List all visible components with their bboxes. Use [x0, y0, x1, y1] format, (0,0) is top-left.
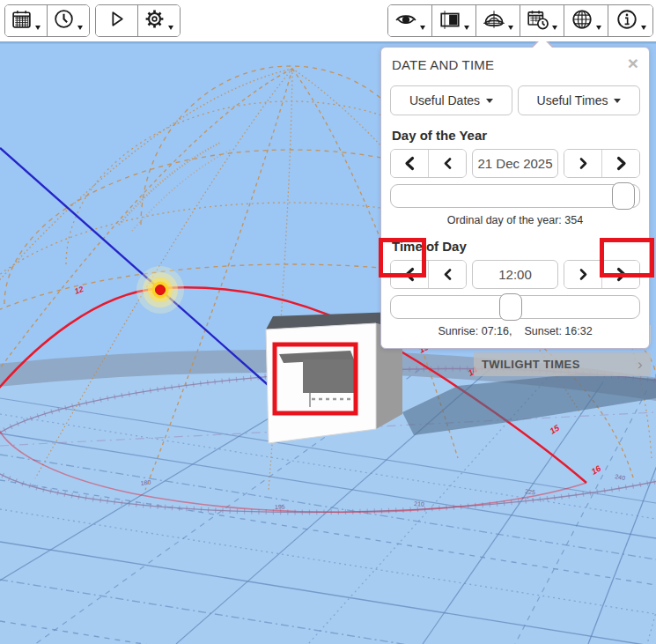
calendar-icon: [11, 8, 33, 33]
twilight-times-label: TWILIGHT TIMES: [482, 358, 580, 371]
play-button[interactable]: [96, 5, 138, 36]
time-forward-fast-button[interactable]: [602, 261, 639, 288]
date-time-popup: DATE AND TIME × Useful Dates Useful Time…: [380, 47, 650, 349]
time-slider-thumb[interactable]: [499, 293, 522, 321]
top-toolbar: [0, 0, 656, 41]
chevron-down-icon: [552, 26, 557, 30]
gear-icon: [144, 8, 166, 33]
chevron-down-icon: [508, 26, 513, 30]
chevron-right-icon: [581, 270, 586, 279]
popup-title: DATE AND TIME: [392, 57, 494, 72]
time-of-day-heading: Time of Day: [392, 239, 638, 254]
chevron-down-icon: [614, 99, 621, 103]
chevron-left-icon: [446, 270, 450, 279]
time-back-fast-button[interactable]: [391, 261, 429, 288]
chevron-down-icon: [464, 26, 469, 30]
display-contrast-icon: [439, 8, 461, 34]
time-forward-button[interactable]: [564, 261, 602, 288]
date-field[interactable]: 21 Dec 2025: [472, 149, 558, 178]
day-of-year-heading: Day of the Year: [392, 128, 638, 143]
date-time-icon: [527, 8, 549, 34]
chevron-right-icon: [618, 159, 624, 169]
day-forward-button[interactable]: [564, 150, 602, 177]
play-icon: [106, 8, 128, 33]
clock-button[interactable]: [48, 5, 90, 36]
ordinal-day-caption: Ordinal day of the year: 354: [390, 214, 640, 226]
eye-visibility-icon: [394, 8, 417, 34]
chevron-down-icon: [77, 26, 83, 30]
chevron-right-icon: [581, 159, 586, 168]
sun-marker[interactable]: [136, 266, 184, 314]
toolbar-group-animation: [95, 4, 181, 37]
sunrise-sunset-caption: Sunrise: 07:16,Sunset: 16:32: [390, 325, 640, 337]
app-window: 180 195 210 225 240: [0, 0, 656, 644]
close-icon[interactable]: ×: [628, 57, 638, 70]
chevron-down-icon: [486, 99, 493, 103]
sun-path-dome-button[interactable]: [476, 5, 520, 36]
useful-dates-button[interactable]: Useful Dates: [390, 85, 512, 115]
day-back-button[interactable]: [429, 150, 466, 177]
chevron-left-icon: [407, 159, 413, 169]
useful-times-button[interactable]: Useful Times: [518, 85, 640, 115]
compass-degree-label: 195: [275, 504, 285, 510]
visibility-button[interactable]: [388, 5, 432, 36]
chevron-right-icon: ›: [638, 356, 643, 374]
time-stepper-row: 12:00: [390, 260, 640, 289]
toolbar-group-view: [387, 4, 653, 37]
compass-degree-label: 210: [414, 500, 424, 507]
toolbar-group-date-time: [4, 4, 90, 37]
time-field[interactable]: 12:00: [472, 260, 558, 289]
time-of-day-slider[interactable]: [390, 295, 640, 319]
time-back-button[interactable]: [429, 261, 466, 288]
chevron-down-icon: [596, 26, 601, 30]
twilight-times-header[interactable]: TWILIGHT TIMES ›: [474, 352, 651, 376]
chevron-right-icon: [618, 270, 624, 280]
day-of-year-slider[interactable]: [390, 184, 640, 208]
sun-path-dome-icon: [483, 8, 505, 34]
globe-button[interactable]: [564, 5, 608, 36]
day-stepper-row: 21 Dec 2025: [390, 149, 640, 178]
chevron-down-icon: [35, 26, 41, 30]
date-time-button[interactable]: [520, 5, 564, 36]
info-button[interactable]: [608, 5, 652, 36]
clock-icon: [53, 8, 75, 33]
chevron-down-icon: [641, 26, 646, 30]
useful-times-label: Useful Times: [537, 93, 608, 107]
calendar-button[interactable]: [5, 5, 48, 36]
display-contrast-button[interactable]: [432, 5, 476, 36]
settings-button[interactable]: [138, 5, 181, 36]
chevron-left-icon: [407, 270, 413, 280]
sun-core: [156, 285, 166, 295]
info-icon: [615, 8, 638, 34]
globe-icon: [571, 8, 593, 34]
chevron-down-icon: [420, 26, 425, 30]
day-back-fast-button[interactable]: [391, 150, 429, 177]
day-slider-thumb[interactable]: [612, 182, 635, 210]
sunrise-label: Sunrise: 07:16,: [438, 325, 512, 337]
canvas-top-border: [0, 41, 656, 44]
chevron-down-icon: [168, 26, 173, 30]
sunset-label: Sunset: 16:32: [524, 325, 592, 337]
chevron-left-icon: [446, 159, 450, 168]
useful-dates-label: Useful Dates: [409, 93, 480, 107]
day-forward-fast-button[interactable]: [602, 150, 639, 177]
